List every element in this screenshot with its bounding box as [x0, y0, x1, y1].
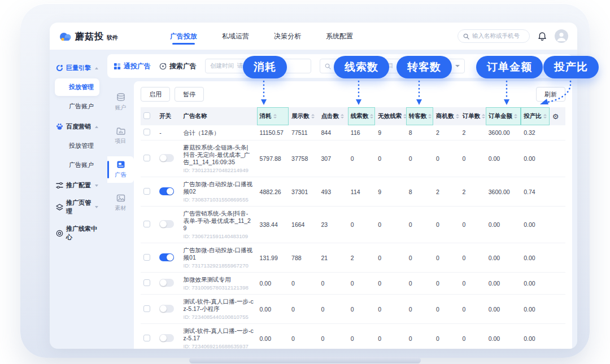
sidebar-item-baidu-delivery-management[interactable]: 投放管理 [55, 137, 99, 155]
row-checkbox[interactable] [143, 221, 150, 227]
ad-switch-toggle[interactable] [159, 279, 174, 287]
row-checkbox[interactable] [143, 129, 150, 135]
nav-tab-decision-analysis[interactable]: 决策分析 [274, 23, 301, 50]
sidebar-item-delivery-management[interactable]: 投放管理 [55, 78, 99, 96]
chevron-down-icon [95, 185, 98, 187]
metric-cell-6: 0 [433, 324, 459, 349]
column-label: 订单金额 [489, 112, 512, 120]
compass-icon [159, 63, 167, 70]
row-switch-cell [156, 324, 180, 349]
nav-tab-ad-delivery[interactable]: 广告投放 [170, 23, 197, 50]
column-header-11[interactable]: 投产比 [521, 107, 549, 125]
row-checkbox[interactable] [143, 155, 150, 161]
sidebar-group-promo-config[interactable]: 推广配置 [55, 178, 99, 192]
ad-switch-toggle[interactable] [159, 305, 174, 313]
app-title-suffix: 软件 [107, 34, 118, 42]
sort-icon[interactable] [543, 114, 547, 119]
table-row: 测试-软件-真人口播-一步-cz-5.17ID: 723406921668863… [141, 324, 565, 349]
metric-cell-9: 0.00 [521, 324, 549, 349]
sort-icon[interactable] [456, 114, 459, 119]
enable-button[interactable]: 启用 [141, 87, 170, 102]
sort-icon[interactable] [482, 114, 485, 119]
tab-general-ads[interactable]: 通投广告 [114, 62, 151, 71]
sort-icon[interactable] [311, 114, 315, 119]
table-row: 测试-软件-真人口播-一步-cz-5.17-小程序ID: 72340854401… [141, 295, 565, 324]
metric-cell-9: 0.00 [521, 295, 549, 324]
column-header-5[interactable]: 线索数 [348, 107, 375, 125]
column-header-6[interactable]: 无效线索 [375, 107, 406, 125]
sidebar-item-baidu-ad-accounts[interactable]: 广告账户 [55, 156, 99, 174]
ad-name: 合计（12条） [184, 129, 254, 137]
row-checkbox[interactable] [143, 188, 150, 195]
switch-placeholder: - [159, 129, 162, 136]
ad-switch-toggle[interactable] [159, 220, 174, 228]
metric-cell-8: 3600.00 [486, 177, 521, 207]
metric-cell-5: 0 [406, 141, 433, 177]
column-header-8[interactable]: 商机数 [433, 107, 459, 125]
ad-switch-toggle[interactable] [159, 253, 174, 261]
sort-icon[interactable] [428, 114, 432, 119]
sidebar-item-lead-center[interactable]: 推广线索中心 [55, 222, 99, 244]
global-search-input[interactable]: 输入名称或手机号 [457, 29, 530, 43]
ad-id: ID: 7301231270482214949 [184, 167, 254, 173]
tab-search-ads[interactable]: 搜索广告 [159, 62, 197, 71]
column-header-3[interactable]: 展示数 [289, 107, 318, 125]
refresh-button[interactable]: 刷新 [536, 87, 565, 102]
ad-switch-toggle[interactable] [159, 154, 174, 162]
user-avatar[interactable] [555, 29, 568, 43]
row-checkbox[interactable] [143, 305, 150, 312]
rail-tab-creatives[interactable]: 素材 [107, 190, 134, 216]
metric-cell-6: 2 [433, 177, 459, 207]
sort-down-icon [403, 117, 406, 119]
select-all-checkbox[interactable] [143, 112, 150, 119]
column-header-4[interactable]: 点击数 [318, 107, 347, 125]
ad-id: ID: 7306721591140483109 [184, 233, 254, 239]
nav-tab-system-config[interactable]: 系统配置 [326, 23, 353, 50]
sort-up-icon [341, 114, 344, 116]
column-header-7[interactable]: 转客数 [406, 107, 433, 125]
entity-rail: 账户 项目 [107, 81, 134, 349]
chevron-up-icon [95, 67, 98, 69]
ad-switch-toggle[interactable] [159, 334, 174, 342]
metric-cell-3: 116 [348, 125, 375, 141]
metric-cell-2: 307 [318, 141, 347, 177]
column-header-label: 订单数 [462, 112, 482, 120]
nav-tab-private-ops[interactable]: 私域运营 [222, 23, 249, 50]
sort-icon[interactable] [370, 114, 373, 119]
metric-cell-8: 0.00 [486, 295, 521, 324]
metric-cell-8: 3600.00 [486, 125, 521, 141]
column-header-2[interactable]: 消耗 [257, 107, 289, 125]
ads-table: 开关广告名称消耗展示数点击数线索数无效线索转客数商机数订单数订单金额投产比⚙ -… [141, 107, 565, 349]
row-checkbox[interactable] [143, 335, 150, 341]
column-label: 点击数 [321, 112, 339, 120]
metric-cell-1: 0 [289, 295, 318, 324]
sidebar-item-ad-accounts[interactable]: 广告账户 [55, 98, 99, 115]
pause-button[interactable]: 暂停 [175, 87, 204, 102]
sidebar-group-oceanengine[interactable]: 巨量引擎 [55, 61, 99, 75]
column-header-label: 开关 [159, 112, 177, 120]
column-header-10[interactable]: 订单金额 [486, 107, 521, 125]
sort-icon[interactable] [514, 114, 517, 119]
app-title: 蘑菇投 [75, 31, 104, 43]
metric-cell-1: 37758 [289, 141, 318, 177]
sort-icon[interactable] [273, 114, 277, 119]
rail-tab-accounts[interactable]: 账户 [107, 89, 134, 116]
column-header-9[interactable]: 订单数 [459, 107, 485, 125]
ads-table-card: 启用 暂停 刷新 开关广告名称消耗展示数点击数线索数无效线索转客数商机数订单数订… [134, 81, 572, 349]
sort-icon[interactable] [403, 114, 406, 119]
ad-switch-toggle[interactable] [159, 187, 174, 195]
metric-cell-7: 2 [459, 177, 485, 207]
column-label: 商机数 [436, 112, 454, 120]
sidebar-group-baidu-marketing[interactable]: 百度营销 [55, 120, 99, 134]
metric-cell-7: 0 [459, 295, 485, 324]
row-settings-cell [550, 273, 565, 295]
row-checkbox[interactable] [143, 254, 150, 261]
rail-tab-ads[interactable]: 广告 [107, 156, 134, 183]
row-settings-cell [550, 295, 565, 324]
column-settings-icon[interactable]: ⚙ [552, 112, 559, 121]
row-checkbox[interactable] [143, 279, 150, 286]
rail-tab-projects[interactable]: 项目 [107, 123, 134, 149]
sidebar-group-landing-pages[interactable]: 推广页管理 [55, 196, 99, 218]
notification-bell-icon[interactable] [538, 32, 547, 41]
sort-icon[interactable] [341, 114, 344, 119]
